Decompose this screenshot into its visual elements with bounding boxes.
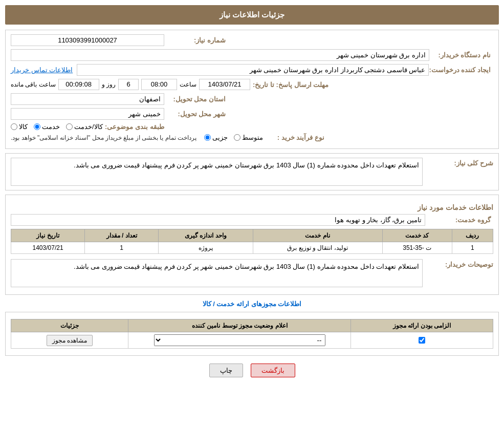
deadline-days: 6 (118, 79, 139, 90)
buyer-org-row: نام دستگاه خریدار: اداره برق شهرستان خمی… (11, 49, 493, 61)
cell-status: -- (128, 332, 351, 349)
city-label: شهر محل تحویل: (164, 110, 226, 118)
license-table-container: الزامی بودن ارائه مجوز اعلام وضعیت مجوز … (11, 319, 493, 349)
province-row: استان محل تحویل: اصفهان (11, 93, 493, 105)
status-select[interactable]: -- (154, 334, 325, 346)
license-col-required: الزامی بودن ارائه مجوز (351, 319, 493, 332)
main-info-section: شماره نیاز: 1103093991000027 نام دستگاه … (5, 30, 499, 149)
radio-jozi-input[interactable] (204, 134, 211, 141)
license-col-status: اعلام وضعیت مجوز توسط نامین کننده (128, 319, 351, 332)
need-description-text: استعلام تعهدات داخل محدوده شماره (1) سال… (11, 158, 423, 186)
process-radio-group: متوسط جزیی (204, 134, 263, 141)
service-group-label: گروه خدمت: (429, 216, 491, 224)
need-description-row: شرح کلی نیاز: استعلام تعهدات داخل محدوده… (11, 158, 493, 186)
view-license-button[interactable]: مشاهده مجوز (47, 335, 93, 346)
city-value: خمینی شهر (11, 108, 164, 120)
buyer-org-label: نام دستگاه خریدار: (429, 51, 491, 59)
service-table-row: 1 ت -35-351 تولید، انتقال و توزیع برق پر… (11, 242, 493, 254)
deadline-time-label: ساعت (180, 81, 196, 88)
required-checkbox[interactable] (419, 337, 425, 344)
buyer-notes-text: استعلام تعهدات داخل محدوده شماره (1) سال… (11, 259, 423, 287)
creator-row: ایجاد کننده درخواست: عباس قاسمی دشتجی کا… (11, 64, 493, 76)
deadline-time: 08:00 (141, 79, 177, 90)
remaining-label: ساعت باقی مانده (11, 81, 56, 88)
creator-label: ایجاد کننده درخواست: (429, 66, 491, 74)
radio-motavaset: متوسط (234, 134, 263, 141)
need-number-value: 1103093991000027 (11, 34, 164, 46)
province-label: استان محل تحویل: (164, 95, 226, 103)
category-radio-group: کالا/خدمت خدمت کالا (11, 123, 103, 131)
deadline-day-label: روز و (102, 81, 116, 88)
cell-qty: 1 (85, 242, 159, 254)
page-header: جزئیات اطلاعات نیاز (5, 5, 499, 25)
back-button[interactable]: بازگشت (251, 364, 295, 377)
radio-kala: کالا (11, 123, 28, 131)
col-header-unit: واحد اندازه گیری (159, 229, 253, 242)
radio-kala-khedmat-input[interactable] (66, 123, 73, 130)
need-description-label: شرح کلی نیاز: (427, 158, 493, 167)
col-header-qty: تعداد / مقدار (85, 229, 159, 242)
buyer-notes-label: توصیحات خریدار: (427, 259, 493, 268)
license-section-title: اطلاعات مجوزهای ارائه خدمت / کالا (5, 300, 499, 308)
buyer-org-value: اداره برق شهرستان خمینی شهر (11, 49, 429, 61)
need-description-section: شرح کلی نیاز: استعلام تعهدات داخل محدوده… (5, 153, 499, 190)
contact-info-link[interactable]: اطلاعات تماس خریدار (11, 66, 73, 74)
radio-jozi: جزیی (204, 134, 228, 141)
category-row: طبقه بندی موضوعی: کالا/خدمت خدمت کالا (11, 123, 493, 131)
buyer-notes-row: توصیحات خریدار: استعلام تعهدات داخل محدو… (11, 259, 493, 287)
service-info-header: اطلاعات خدمات مورد نیاز (11, 203, 493, 211)
need-number-row: شماره نیاز: 1103093991000027 (11, 34, 493, 46)
col-header-code: کد خدمت (382, 229, 452, 242)
deadline-label: مهلت ارسال پاسخ: تا تاریخ: (253, 81, 328, 89)
cell-unit: پروژه (159, 242, 253, 254)
province-value: اصفهان (11, 93, 164, 105)
service-table-container: ردیف کد خدمت نام خدمت واحد اندازه گیری ت… (11, 229, 493, 254)
service-info-section: اطلاعات خدمات مورد نیاز گروه خدمت: تامین… (5, 195, 499, 295)
buttons-row: بازگشت چاپ (5, 364, 499, 377)
col-header-date: تاریخ نیاز (11, 229, 85, 242)
cell-date: 1403/07/21 (11, 242, 85, 254)
cell-row-num: 1 (452, 242, 493, 254)
radio-kala-input[interactable] (11, 123, 17, 130)
radio-khedmat-input[interactable] (34, 123, 40, 130)
creator-value: عباس قاسمی دشتجی کاربرداز اداره برق شهرس… (77, 64, 429, 76)
page-title: جزئیات اطلاعات نیاز (220, 10, 284, 19)
process-type-label: نوع فرآیند خرید : (263, 134, 324, 141)
radio-khedmat: خدمت (34, 123, 60, 131)
service-group-row: گروه خدمت: تامین برق، گاز، بخار و تهویه … (11, 214, 493, 226)
service-group-value: تامین برق، گاز، بخار و تهویه هوا (11, 214, 425, 226)
city-row: شهر محل تحویل: خمینی شهر (11, 108, 493, 120)
process-type-row: نوع فرآیند خرید : متوسط جزیی پرداخت تمام… (11, 134, 493, 141)
radio-motavaset-input[interactable] (234, 134, 240, 141)
cell-required (351, 332, 493, 349)
license-table-row: -- مشاهده مجوز (11, 332, 493, 349)
remaining-time: 00:09:08 (58, 79, 99, 90)
license-col-details: جزئیات (11, 319, 128, 332)
category-label: طبقه بندی موضوعی: (103, 123, 164, 131)
col-header-row: ردیف (452, 229, 493, 242)
deadline-date: 1403/07/21 (199, 79, 250, 90)
deadline-row: مهلت ارسال پاسخ: تا تاریخ: 1403/07/21 سا… (11, 79, 493, 90)
service-table: ردیف کد خدمت نام خدمت واحد اندازه گیری ت… (11, 229, 493, 254)
cell-code: ت -35-351 (382, 242, 452, 254)
license-table: الزامی بودن ارائه مجوز اعلام وضعیت مجوز … (11, 319, 493, 349)
radio-kala-khedmat: کالا/خدمت (66, 123, 103, 131)
license-section: الزامی بودن ارائه مجوز اعلام وضعیت مجوز … (5, 312, 499, 356)
need-number-label: شماره نیاز: (164, 36, 226, 44)
cell-name: تولید، انتقال و توزیع برق (253, 242, 382, 254)
col-header-name: نام خدمت (253, 229, 382, 242)
print-button[interactable]: چاپ (209, 364, 243, 377)
process-note: پرداخت تمام یا بخشی از مبلغ خریداز محل "… (11, 134, 196, 141)
cell-details: مشاهده مجوز (11, 332, 128, 349)
